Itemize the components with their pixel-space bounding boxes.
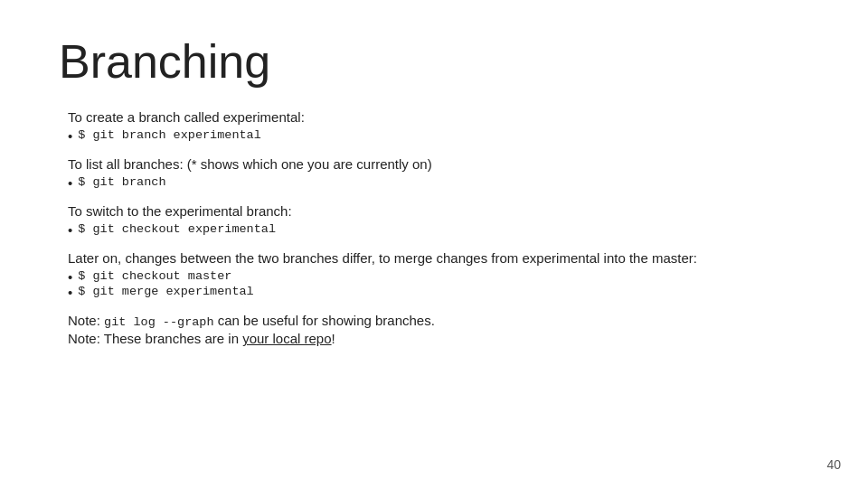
bullet-item: • $ git branch experimental [68,128,809,144]
bullet-dot: • [68,222,72,238]
code-git-merge-experimental: $ git merge experimental [78,285,253,298]
note1-suffix: can be useful for showing branches. [214,313,435,328]
code-git-branch: $ git branch [78,175,165,189]
notes-section: Note: git log --graph can be useful for … [68,313,809,346]
section3-description: To switch to the experimental branch: [68,203,809,219]
note-line-2: Note: These branches are in your local r… [68,331,809,346]
slide: Branching To create a branch called expe… [0,0,868,488]
section-switch-branch: To switch to the experimental branch: • … [59,203,809,238]
code-git-branch-experimental: $ git branch experimental [78,128,261,142]
note2-suffix: ! [332,331,335,346]
page-number: 40 [826,457,841,472]
note2-underline: your local repo [242,331,331,346]
section-create-branch: To create a branch called experimental: … [59,109,809,144]
note1-prefix: Note: [68,313,104,328]
bullet-dot: • [68,175,72,191]
bullet-dot: • [68,285,72,300]
section-list-branches: To list all branches: (* shows which one… [59,156,809,191]
note2-prefix: Note: These branches are in [68,331,242,346]
section2-description: To list all branches: (* shows which one… [68,156,809,172]
section-merge-branches: Later on, changes between the two branch… [59,250,809,300]
bullet-item: • $ git merge experimental [68,285,809,300]
bullet-item: • $ git branch [68,175,809,191]
section4-description: Later on, changes between the two branch… [68,250,809,266]
note1-code: git log --graph [104,315,214,329]
section1-description: To create a branch called experimental: [68,109,809,125]
bullet-dot: • [68,128,72,144]
bullet-item: • $ git checkout experimental [68,222,809,238]
note-line-1: Note: git log --graph can be useful for … [68,313,809,329]
code-git-checkout-experimental: $ git checkout experimental [78,222,276,236]
bullet-dot: • [68,269,72,285]
bullet-item: • $ git checkout master [68,269,809,285]
slide-content: To create a branch called experimental: … [59,109,809,346]
code-git-checkout-master: $ git checkout master [78,269,231,283]
slide-title: Branching [59,36,809,88]
